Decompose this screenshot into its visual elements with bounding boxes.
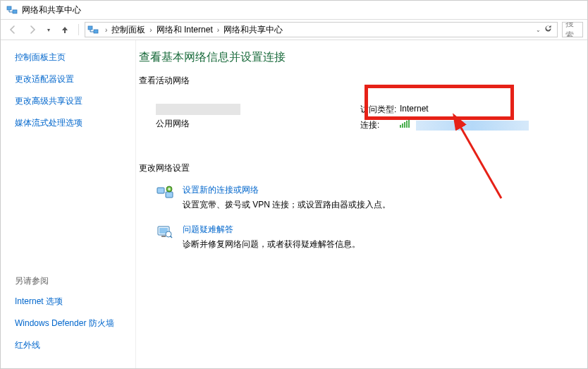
refresh-button[interactable] bbox=[544, 24, 553, 35]
navigation-bar: ▾ › 控制面板 › 网络和 Internet › 网络和共享中心 ⌄ 搜索 bbox=[1, 19, 587, 40]
recent-dropdown[interactable]: ▾ bbox=[44, 22, 53, 37]
search-input[interactable]: 搜索 bbox=[562, 22, 583, 37]
see-also-infrared[interactable]: 红外线 bbox=[15, 339, 135, 351]
main-content: 查看基本网络信息并设置连接 查看活动网络 公用网络 访问类型: Internet… bbox=[136, 40, 587, 368]
svg-rect-2 bbox=[88, 26, 92, 30]
setup-connection-item: 设置新的连接或网络 设置宽带、拨号或 VPN 连接；或设置路由器或接入点。 bbox=[156, 184, 580, 211]
search-placeholder: 搜索 bbox=[565, 22, 580, 37]
sidebar-link-media[interactable]: 媒体流式处理选项 bbox=[15, 117, 135, 129]
troubleshoot-link[interactable]: 问题疑难解答 bbox=[183, 224, 360, 236]
forward-button[interactable] bbox=[25, 22, 40, 37]
sidebar-link-sharing[interactable]: 更改高级共享设置 bbox=[15, 95, 135, 107]
active-networks-label: 查看活动网络 bbox=[139, 75, 580, 87]
window-title: 网络和共享中心 bbox=[22, 4, 81, 16]
troubleshoot-desc: 诊断并修复网络问题，或者获得疑难解答信息。 bbox=[183, 239, 360, 249]
network-name-redacted bbox=[156, 104, 240, 115]
troubleshoot-icon bbox=[156, 224, 174, 241]
chevron-right-icon[interactable]: › bbox=[102, 26, 110, 34]
sidebar: 控制面板主页 更改适配器设置 更改高级共享设置 媒体流式处理选项 另请参阅 In… bbox=[1, 40, 136, 368]
access-type-value: Internet bbox=[400, 104, 429, 116]
see-also-firewall[interactable]: Windows Defender 防火墙 bbox=[15, 317, 135, 329]
chevron-right-icon[interactable]: › bbox=[214, 26, 222, 34]
sidebar-link-adapters[interactable]: 更改适配器设置 bbox=[15, 73, 135, 85]
wifi-signal-icon bbox=[400, 119, 410, 128]
svg-rect-9 bbox=[161, 236, 166, 237]
sidebar-link-home[interactable]: 控制面板主页 bbox=[15, 52, 135, 63]
setup-connection-icon bbox=[156, 184, 174, 201]
svg-rect-3 bbox=[94, 30, 98, 33]
change-settings-label: 更改网络设置 bbox=[139, 162, 580, 174]
connection-name-redacted bbox=[416, 121, 529, 131]
svg-rect-1 bbox=[13, 10, 17, 13]
setup-connection-desc: 设置宽带、拨号或 VPN 连接；或设置路由器或接入点。 bbox=[183, 200, 391, 210]
svg-rect-4 bbox=[157, 188, 164, 193]
connections-label: 连接: bbox=[360, 119, 400, 131]
chevron-right-icon[interactable]: › bbox=[147, 26, 154, 34]
see-also-internet-options[interactable]: Internet 选项 bbox=[15, 296, 135, 308]
title-bar: 网络和共享中心 bbox=[1, 1, 587, 19]
breadcrumb-item[interactable]: 控制面板 bbox=[110, 24, 147, 36]
page-title: 查看基本网络信息并设置连接 bbox=[139, 50, 580, 65]
address-history-dropdown[interactable]: ⌄ bbox=[536, 27, 541, 33]
address-bar[interactable]: › 控制面板 › 网络和 Internet › 网络和共享中心 ⌄ bbox=[85, 22, 558, 37]
svg-rect-5 bbox=[166, 192, 173, 198]
network-type: 公用网络 bbox=[156, 118, 360, 130]
access-type-label: 访问类型: bbox=[360, 104, 400, 116]
back-button[interactable] bbox=[5, 22, 20, 37]
see-also-heading: 另请参阅 bbox=[15, 275, 135, 287]
connection-link[interactable] bbox=[400, 119, 529, 131]
troubleshoot-item: 问题疑难解答 诊断并修复网络问题，或者获得疑难解答信息。 bbox=[156, 224, 580, 250]
setup-connection-link[interactable]: 设置新的连接或网络 bbox=[183, 184, 391, 196]
network-center-icon bbox=[5, 3, 19, 17]
up-button[interactable] bbox=[57, 22, 73, 37]
active-network-row: 公用网络 访问类型: Internet 连接: bbox=[156, 104, 580, 131]
network-center-icon bbox=[87, 23, 99, 36]
breadcrumb-item[interactable]: 网络和 Internet bbox=[155, 24, 214, 36]
separator bbox=[78, 24, 79, 35]
breadcrumb-item[interactable]: 网络和共享中心 bbox=[222, 24, 284, 36]
svg-rect-0 bbox=[7, 6, 11, 10]
